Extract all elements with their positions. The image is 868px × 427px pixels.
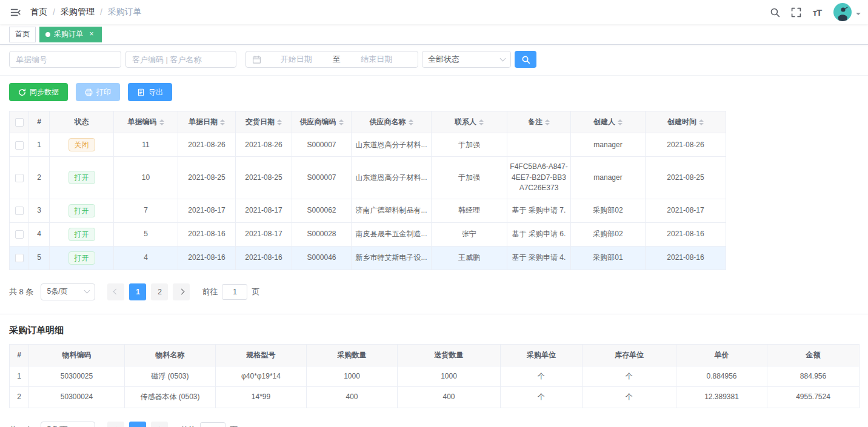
detail-cell-9: 884.956 — [767, 366, 860, 386]
goto-page-input[interactable] — [200, 422, 225, 427]
sort-icon[interactable] — [409, 119, 413, 125]
order-no-input[interactable] — [9, 51, 121, 68]
prev-page-button[interactable] — [107, 422, 124, 427]
search-button[interactable] — [515, 51, 536, 68]
goto-page: 前往页 — [180, 422, 238, 427]
column-header-label: 创建人 — [593, 118, 615, 126]
tab-home[interactable]: 首页 — [9, 27, 36, 42]
row-checkbox[interactable] — [15, 230, 24, 239]
search-icon[interactable] — [768, 5, 781, 19]
cell-doc-no: 10 — [114, 157, 178, 199]
tab-label: 采购订单 — [54, 29, 83, 39]
close-tab-icon[interactable] — [87, 30, 96, 39]
goto-label: 前往 — [202, 286, 218, 297]
breadcrumb-purchase-management[interactable]: 采购管理 — [61, 7, 95, 18]
hamburger-icon[interactable] — [8, 5, 22, 19]
detail-cell-1: 50300025 — [29, 366, 125, 386]
column-header[interactable]: 交货日期 — [236, 111, 292, 133]
column-header: 状态 — [50, 111, 114, 133]
column-header[interactable]: 备注 — [507, 111, 571, 133]
column-header[interactable]: 创建时间 — [646, 111, 726, 133]
detail-cell-5: 400 — [398, 387, 501, 408]
column-header-label: 备注 — [528, 118, 542, 126]
sort-icon[interactable] — [618, 119, 623, 125]
goto-page: 前往页 — [202, 284, 259, 300]
column-header[interactable]: 供应商编码 — [292, 111, 352, 133]
column-header-label: 创建时间 — [667, 118, 696, 126]
customer-input[interactable] — [125, 51, 236, 68]
status-badge: 打开 — [68, 171, 95, 184]
page-number-button[interactable]: 1 — [129, 283, 146, 300]
table-row[interactable]: 3打开72021-08-172021-08-17S000062济南广德塑料制品有… — [10, 199, 726, 222]
page-number-button[interactable]: 1 — [129, 422, 146, 427]
tab-purchase-order[interactable]: 采购订单 — [39, 27, 102, 42]
breadcrumb-separator — [53, 7, 55, 17]
cell-delivery-date: 2021-08-16 — [236, 246, 292, 270]
sort-icon[interactable] — [339, 119, 344, 125]
sort-icon[interactable] — [220, 119, 225, 125]
cell-created-at: 2021-08-16 — [646, 222, 726, 246]
avatar[interactable] — [833, 3, 852, 21]
section-divider — [0, 314, 868, 314]
page-size-select[interactable]: 5条/页 — [41, 422, 95, 427]
prev-page-button[interactable] — [107, 283, 124, 300]
page-size-select[interactable]: 5条/页 — [41, 283, 95, 300]
detail-cell-2: 磁浮 (0503) — [125, 366, 216, 386]
column-header-label: # — [37, 118, 41, 126]
sort-icon[interactable] — [699, 119, 704, 125]
row-checkbox[interactable] — [15, 254, 24, 262]
chevron-left-icon — [113, 289, 119, 295]
column-header[interactable]: 联系人 — [432, 111, 507, 133]
export-button[interactable]: 导出 — [128, 83, 172, 101]
column-header[interactable]: 创建人 — [571, 111, 646, 133]
row-checkbox-cell — [10, 199, 29, 222]
column-header[interactable]: 单据编码 — [114, 111, 178, 133]
sync-data-button[interactable]: 同步数据 — [9, 83, 68, 101]
cell-created-at: 2021-08-17 — [646, 199, 726, 222]
font-size-icon[interactable]: тT — [810, 5, 824, 19]
table-row[interactable]: 250300024传感器本体 (0503)14*99400400个个12.389… — [10, 387, 860, 408]
cell-creator: 采购部01 — [571, 246, 646, 270]
row-checkbox[interactable] — [15, 207, 24, 215]
goto-page-input[interactable] — [222, 284, 247, 300]
cell-doc-no: 5 — [114, 222, 178, 246]
next-page-button[interactable] — [173, 283, 190, 300]
cell-supplier-name: 新乡市特艾斯电子设... — [352, 246, 432, 270]
table-row[interactable]: 1关闭112021-08-262021-08-26S000007山东道恩高分子材… — [10, 133, 726, 157]
page-size-value: 5条/页 — [47, 425, 67, 427]
cell-remark: 基于 采购申请 6. — [507, 222, 571, 246]
cell-doc-no: 11 — [114, 133, 178, 157]
table-row[interactable]: 2打开102021-08-252021-08-25S000007山东道恩高分子材… — [10, 157, 726, 199]
calendar-icon — [252, 55, 261, 64]
row-checkbox[interactable] — [15, 174, 24, 182]
row-checkbox[interactable] — [15, 141, 24, 150]
table-row[interactable]: 150300025磁浮 (0503)φ40*φ19*1410001000个个0.… — [10, 366, 860, 386]
sort-icon[interactable] — [545, 119, 550, 125]
next-page-button[interactable] — [151, 422, 168, 427]
column-header-label: 供应商名称 — [370, 118, 406, 126]
status-select[interactable]: 全部状态 — [422, 51, 511, 68]
sort-icon[interactable] — [479, 119, 484, 125]
table-row[interactable]: 4打开52021-08-162021-08-17S000028南皮县晟丰五金制造… — [10, 222, 726, 246]
cell-remark — [507, 133, 571, 157]
detail-table-header-row: #物料编码物料名称规格型号采购数量送货数量采购单位库存单位单价金额 — [10, 344, 860, 366]
print-button[interactable]: 打印 — [76, 83, 120, 101]
page-number-button[interactable]: 2 — [151, 283, 168, 300]
column-header[interactable]: 单据日期 — [178, 111, 236, 133]
detail-cell-8: 12.389381 — [676, 387, 767, 408]
table-row[interactable]: 5打开42021-08-162021-08-16S000046新乡市特艾斯电子设… — [10, 246, 726, 270]
sort-icon[interactable] — [159, 119, 164, 125]
start-date-placeholder[interactable]: 开始日期 — [261, 54, 332, 65]
filter-bar: 开始日期 至 结束日期 全部状态 — [0, 45, 868, 76]
sort-icon[interactable] — [277, 119, 282, 125]
caret-down-icon[interactable] — [856, 13, 861, 18]
fullscreen-icon[interactable] — [789, 5, 803, 19]
date-range-picker[interactable]: 开始日期 至 结束日期 — [245, 51, 418, 68]
select-all-checkbox[interactable] — [15, 118, 24, 127]
orders-pagination: 共 8 条5条/页12前往页 — [9, 283, 859, 300]
row-checkbox-cell — [10, 157, 29, 199]
end-date-placeholder[interactable]: 结束日期 — [342, 54, 412, 65]
cell-doc-date: 2021-08-26 — [178, 133, 236, 157]
column-header[interactable]: 供应商名称 — [352, 111, 432, 133]
breadcrumb-home[interactable]: 首页 — [30, 7, 47, 18]
